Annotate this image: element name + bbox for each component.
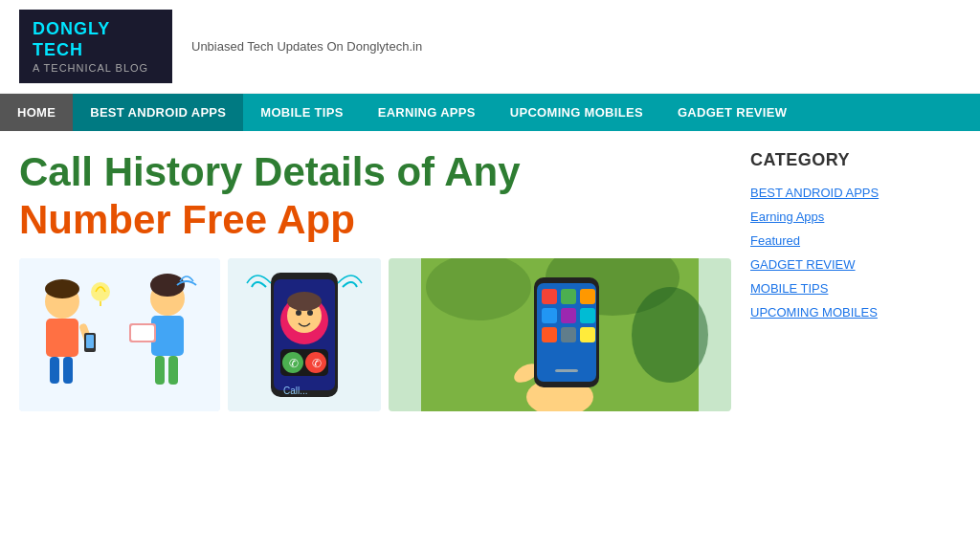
svg-rect-41 <box>542 289 557 304</box>
nav-item-upcoming-mobiles[interactable]: UPCOMING MOBILES <box>493 94 660 131</box>
svg-text:✆: ✆ <box>312 357 322 370</box>
svg-rect-49 <box>580 327 595 342</box>
nav-item-earning-apps[interactable]: EARNING APPS <box>361 94 493 131</box>
logo-subtitle: A TECHNICAL BLOG <box>33 62 159 74</box>
svg-rect-43 <box>580 289 595 304</box>
nav-item-gadget-review[interactable]: GADGET REVIEW <box>660 94 804 131</box>
header-tagline: Unbiased Tech Updates On Donglytech.in <box>191 39 422 54</box>
svg-rect-44 <box>542 308 557 323</box>
main-layout: Call History Details of Any Number Free … <box>0 131 980 430</box>
sidebar-link-earning-apps[interactable]: Earning Apps <box>750 209 961 224</box>
svg-rect-4 <box>50 357 59 384</box>
nav-item-mobile-tips[interactable]: MOBILE TIPS <box>243 94 360 131</box>
article-images: ✆ ✆ Call... <box>19 258 731 411</box>
svg-point-9 <box>91 282 110 301</box>
nav-item-home[interactable]: HOME <box>0 94 73 131</box>
svg-rect-45 <box>561 308 576 323</box>
sidebar-link-featured[interactable]: Featured <box>750 233 961 248</box>
svg-rect-46 <box>580 308 595 323</box>
svg-point-2 <box>45 279 79 298</box>
svg-rect-42 <box>561 289 576 304</box>
svg-rect-14 <box>155 356 165 385</box>
sidebar: CATEGORY BEST ANDROID APPS Earning Apps … <box>750 150 961 410</box>
sidebar-link-mobile-tips[interactable]: MOBILE TIPS <box>750 281 961 296</box>
article-title-line2: Number Free App <box>19 198 731 242</box>
site-header: DONGLY TECH A TECHNICAL BLOG Unbiased Te… <box>0 0 980 94</box>
sidebar-link-upcoming-mobiles[interactable]: UPCOMING MOBILES <box>750 305 961 320</box>
sidebar-link-best-android-apps[interactable]: BEST ANDROID APPS <box>750 186 961 200</box>
svg-point-23 <box>296 310 301 316</box>
main-nav: HOME BEST ANDROID APPS MOBILE TIPS EARNI… <box>0 94 980 131</box>
logo-title: DONGLY TECH <box>33 19 159 60</box>
svg-rect-48 <box>561 327 576 342</box>
svg-rect-8 <box>86 335 94 348</box>
svg-rect-50 <box>555 369 578 372</box>
article-image-right <box>389 258 731 411</box>
site-logo[interactable]: DONGLY TECH A TECHNICAL BLOG <box>19 10 172 83</box>
article-image-middle: ✆ ✆ Call... <box>228 258 381 411</box>
svg-rect-13 <box>151 316 184 356</box>
svg-rect-17 <box>131 325 154 341</box>
content-area: Call History Details of Any Number Free … <box>19 150 731 410</box>
svg-text:Call...: Call... <box>283 386 308 396</box>
svg-text:✆: ✆ <box>289 357 299 370</box>
svg-rect-5 <box>63 357 73 384</box>
svg-rect-3 <box>46 319 78 357</box>
nav-item-best-android-apps[interactable]: BEST ANDROID APPS <box>73 94 243 131</box>
svg-rect-15 <box>168 356 178 385</box>
article-image-left <box>19 258 220 411</box>
sidebar-link-gadget-review[interactable]: GADGET REVIEW <box>750 257 961 272</box>
svg-point-35 <box>632 287 708 383</box>
svg-point-12 <box>150 274 185 297</box>
category-heading: CATEGORY <box>750 150 961 170</box>
article-title-line1: Call History Details of Any <box>19 150 731 194</box>
svg-point-24 <box>307 310 313 316</box>
svg-point-25 <box>287 292 322 311</box>
svg-rect-47 <box>542 327 557 342</box>
